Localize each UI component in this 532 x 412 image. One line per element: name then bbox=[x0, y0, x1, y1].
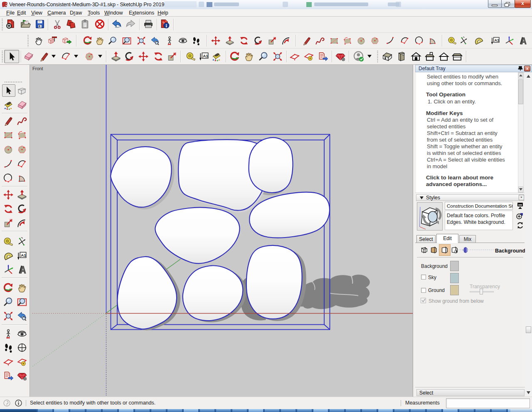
svg-text:Front: Front bbox=[32, 66, 43, 71]
